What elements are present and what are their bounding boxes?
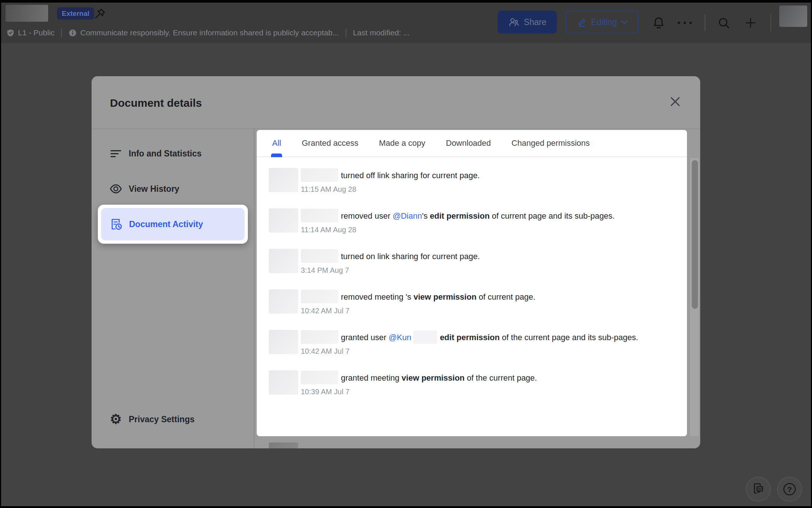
activity-list-item: turned on link sharing for current page.… xyxy=(269,249,676,275)
redacted-user-name xyxy=(301,290,338,303)
activity-timestamp: 10:42 AM Jul 7 xyxy=(301,346,650,356)
sidebar-item-document-activity[interactable]: Document Activity xyxy=(101,208,245,240)
activity-body: removed meeting 's view permission of cu… xyxy=(301,289,650,316)
activity-body: removed user @Diann's edit permission of… xyxy=(301,208,650,235)
activity-text: turned on link sharing for current page. xyxy=(301,249,650,264)
activity-filter-tabs: All Granted access Made a copy Downloade… xyxy=(257,130,687,157)
activity-text: granted user @Kunedit permission of the … xyxy=(301,330,650,345)
scrollbar-thumb[interactable] xyxy=(692,160,698,309)
pencil-icon xyxy=(576,17,587,28)
activity-list-item: turned off link sharing for current page… xyxy=(269,168,676,194)
redacted-text xyxy=(413,331,437,344)
activity-segment: view permission xyxy=(413,292,476,301)
sidebar-item-privacy-settings[interactable]: ⚙ Privacy Settings xyxy=(109,413,195,426)
activity-list-item: removed user @Diann's edit permission of… xyxy=(269,208,676,235)
document-meta-row: L1 - Public Communicate responsibly. Ens… xyxy=(6,25,410,40)
feedback-button[interactable] xyxy=(746,477,771,502)
activity-segment: view permission xyxy=(402,373,464,382)
redacted-avatar xyxy=(269,289,298,314)
help-question-icon: ? xyxy=(782,482,797,497)
chevron-down-icon xyxy=(621,20,628,25)
sidebar-item-label: Document Activity xyxy=(129,219,203,229)
pin-icon[interactable] xyxy=(93,7,106,21)
activity-segment: removed meeting 's xyxy=(341,292,413,301)
activity-text: removed user @Diann's edit permission of… xyxy=(301,208,650,224)
divider xyxy=(61,29,62,37)
redacted-user-name xyxy=(301,209,338,222)
redacted-avatar xyxy=(269,168,298,192)
gear-icon: ⚙ xyxy=(109,413,122,426)
activity-segment: edit permission xyxy=(440,333,500,342)
user-mention-link[interactable]: @Diann xyxy=(393,211,422,221)
top-toolbar: External L1 - Public Communicate respons… xyxy=(1,3,811,43)
activity-segment: of current page. xyxy=(477,292,535,301)
activity-list-item: granted user @Kunedit permission of the … xyxy=(269,330,676,356)
activity-segment: turned on link sharing for current page. xyxy=(341,252,480,261)
activity-timestamp: 11:15 AM Aug 28 xyxy=(301,184,650,194)
partially-visible-avatar xyxy=(269,442,298,448)
more-options-icon[interactable] xyxy=(676,19,694,27)
dimmed-page-overlay: External L1 - Public Communicate respons… xyxy=(1,3,811,506)
sidebar-item-view-history[interactable]: View History xyxy=(109,182,179,195)
tab-label: Granted access xyxy=(302,138,358,148)
activity-text: removed meeting 's view permission of cu… xyxy=(301,289,650,305)
last-modified-label: Last modified: ... xyxy=(353,28,410,37)
activity-timestamp: 11:14 AM Aug 28 xyxy=(301,225,650,235)
close-icon[interactable] xyxy=(666,92,684,111)
activity-segment: granted user xyxy=(341,333,389,342)
redacted-avatar xyxy=(269,208,298,233)
info-statistics-icon xyxy=(109,147,122,160)
redacted-user-name xyxy=(301,330,338,344)
sidebar-item-label: View History xyxy=(129,184,179,194)
feedback-comment-icon xyxy=(751,482,766,497)
tab-changed-permissions[interactable]: Changed permissions xyxy=(512,130,590,156)
activity-list: turned off link sharing for current page… xyxy=(257,157,687,436)
tab-label: All xyxy=(272,138,281,148)
user-mention-link[interactable]: @Kun xyxy=(389,333,411,342)
activity-body: granted user @Kunedit permission of the … xyxy=(301,330,650,356)
tab-all[interactable]: All xyxy=(272,130,281,156)
share-button[interactable]: Share xyxy=(498,11,557,33)
activity-text: granted meeting view permission of the c… xyxy=(301,370,650,386)
tab-downloaded[interactable]: Downloaded xyxy=(446,130,491,156)
editing-mode-button[interactable]: Editing xyxy=(566,11,638,33)
tab-made-a-copy[interactable]: Made a copy xyxy=(379,130,425,156)
new-document-plus-icon[interactable] xyxy=(743,15,758,31)
search-icon[interactable] xyxy=(717,16,731,31)
activity-segment: edit permission xyxy=(430,211,490,221)
redacted-document-title xyxy=(6,5,48,22)
redacted-avatar xyxy=(269,330,298,354)
header-divider xyxy=(92,128,700,129)
document-details-dialog: Document details Info and Statistics xyxy=(92,76,700,448)
activity-timestamp: 10:39 AM Jul 7 xyxy=(301,387,650,397)
tab-granted-access[interactable]: Granted access xyxy=(302,130,358,156)
redacted-user-name xyxy=(301,168,338,182)
security-level-label: L1 - Public xyxy=(18,28,54,37)
editing-mode-label: Editing xyxy=(591,17,617,27)
sidebar-item-info-statistics[interactable]: Info and Statistics xyxy=(109,147,202,160)
active-tab-indicator xyxy=(271,154,282,157)
redacted-avatar xyxy=(269,249,298,273)
user-avatar[interactable] xyxy=(779,6,807,27)
activity-body: turned on link sharing for current page.… xyxy=(301,249,650,275)
help-glyph: ? xyxy=(787,485,792,494)
activity-timestamp: 3:14 PM Aug 7 xyxy=(301,265,650,275)
document-activity-icon xyxy=(109,218,123,231)
help-button[interactable]: ? xyxy=(777,477,802,502)
activity-list-item: granted meeting view permission of the c… xyxy=(269,370,676,397)
document-activity-panel: All Granted access Made a copy Downloade… xyxy=(257,130,687,436)
activity-body: granted meeting view permission of the c… xyxy=(301,370,650,397)
notifications-bell-icon[interactable] xyxy=(651,15,666,31)
sidebar-item-label: Info and Statistics xyxy=(129,149,202,159)
activity-segment: removed user xyxy=(341,211,393,221)
activity-segment: 's xyxy=(422,211,430,221)
toolbar-divider xyxy=(705,14,705,31)
tab-label: Made a copy xyxy=(379,138,425,148)
activity-body: turned off link sharing for current page… xyxy=(301,168,650,194)
share-button-label: Share xyxy=(524,17,546,27)
activity-list-item: removed meeting 's view permission of cu… xyxy=(269,289,676,316)
activity-segment: turned off link sharing for current page… xyxy=(341,171,480,180)
sidebar-divider xyxy=(254,129,254,448)
tab-label: Changed permissions xyxy=(512,138,590,148)
redacted-user-name xyxy=(301,371,338,384)
